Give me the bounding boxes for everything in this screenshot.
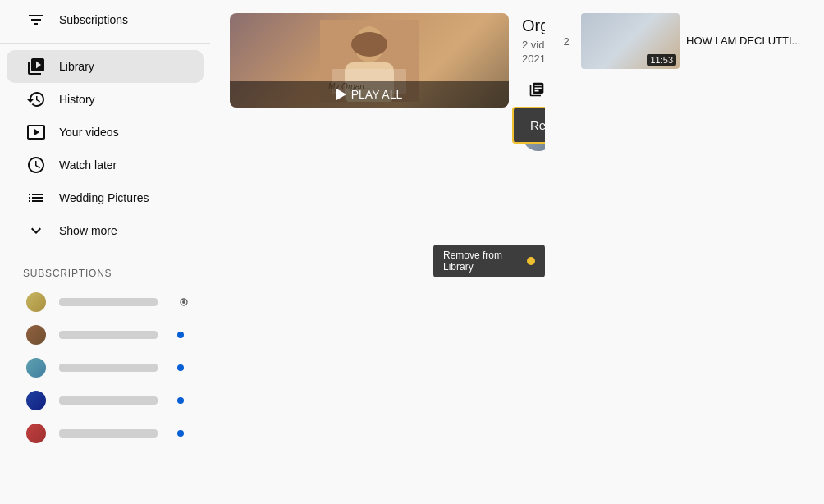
sidebar-label-show-more: Show more — [59, 224, 117, 237]
sidebar-label-your-videos: Your videos — [59, 126, 119, 139]
sidebar-label-history: History — [59, 93, 95, 106]
subscriptions-section-label: SUBSCRIPTIONS — [0, 261, 210, 286]
sub-notification-dot-5 — [177, 430, 184, 437]
main-content: My Organ... PLAY ALL Organiz... 2 videos… — [210, 0, 545, 504]
sidebar-item-history[interactable]: History — [7, 83, 204, 116]
watch-later-icon — [26, 155, 46, 175]
sub-name-3 — [59, 364, 158, 372]
sidebar-label-watch-later: Watch later — [59, 158, 117, 172]
your-videos-icon — [26, 122, 46, 142]
sub-avatar-1 — [26, 292, 46, 312]
video-title-2: HOW I AM DECLUTTI... — [686, 34, 811, 48]
svg-point-5 — [351, 32, 387, 57]
tooltip-callout-label: Remove from Library — [530, 118, 545, 132]
subscription-item-1[interactable] — [7, 286, 204, 318]
playlist-header: My Organ... PLAY ALL Organiz... 2 videos… — [230, 13, 525, 158]
sidebar-item-subscriptions[interactable]: Subscriptions — [7, 3, 204, 36]
video-info-2: HOW I AM DECLUTTI... — [686, 34, 811, 48]
sub-avatar-5 — [26, 424, 46, 443]
sub-avatar-4 — [26, 391, 46, 410]
sub-name-1 — [59, 298, 158, 306]
sidebar-label-subscriptions: Subscriptions — [59, 13, 128, 26]
subscription-item-2[interactable] — [7, 318, 204, 351]
playlist-thumbnail: My Organ... PLAY ALL — [230, 13, 509, 108]
video-number: 2 — [558, 35, 575, 48]
sub-avatar-3 — [26, 358, 46, 378]
sidebar-label-library: Library — [59, 60, 94, 73]
subscription-item-4[interactable] — [7, 384, 204, 417]
queue-button[interactable] — [522, 75, 545, 104]
playlist-meta-year: 2021 — [522, 53, 545, 65]
subscription-item-5[interactable] — [7, 417, 204, 450]
sub-notification-dot-4 — [177, 397, 184, 404]
svg-point-1 — [182, 300, 185, 304]
sidebar-item-library[interactable]: Library — [7, 50, 204, 83]
sub-name-4 — [59, 396, 158, 405]
library-icon — [26, 57, 46, 76]
playlist-icon — [26, 188, 46, 208]
subscriptions-icon — [26, 10, 46, 30]
play-all-overlay[interactable]: PLAY ALL — [230, 81, 509, 108]
inline-tooltip-label: Remove from Library — [443, 250, 520, 273]
playlist-actions — [522, 75, 545, 104]
sidebar: Subscriptions Library History Your video… — [0, 0, 210, 504]
play-all-label: PLAY ALL — [351, 88, 403, 101]
sidebar-item-show-more[interactable]: Show more — [7, 214, 204, 247]
sub-notification-dot-2 — [177, 332, 184, 338]
sub-avatar-2 — [26, 325, 46, 345]
sub-name-2 — [59, 331, 158, 339]
tooltip-dot — [527, 257, 535, 265]
video-thumbnail-2: 11:53 — [581, 13, 680, 69]
sidebar-label-wedding-pictures: Wedding Pictures — [59, 191, 149, 204]
playlist-title: Organiz... — [522, 16, 545, 35]
play-icon — [336, 89, 346, 100]
sidebar-item-your-videos[interactable]: Your videos — [7, 116, 204, 149]
sidebar-divider — [0, 43, 210, 44]
sidebar-item-wedding-pictures[interactable]: Wedding Pictures — [7, 181, 204, 214]
right-panel: 2 11:53 HOW I AM DECLUTTI... — [545, 0, 824, 504]
subscription-item-3[interactable] — [7, 351, 204, 384]
sub-live-indicator — [177, 296, 190, 309]
playlist-meta-videos: 2 videos • 2... — [522, 39, 545, 51]
sidebar-item-watch-later[interactable]: Watch later — [7, 149, 204, 181]
chevron-down-icon — [26, 221, 46, 241]
video-list-item-2[interactable]: 2 11:53 HOW I AM DECLUTTI... — [545, 7, 824, 76]
queue-icon — [529, 81, 545, 98]
history-icon — [26, 89, 46, 109]
sub-name-5 — [59, 429, 158, 438]
play-all-button[interactable]: PLAY ALL — [336, 88, 403, 101]
tooltip-callout-box: Remove from Library — [512, 107, 545, 144]
inline-tooltip: Remove from Library — [433, 245, 545, 277]
video-duration-2: 11:53 — [647, 54, 676, 66]
sub-notification-dot-3 — [177, 364, 184, 371]
sidebar-divider-2 — [0, 254, 210, 254]
